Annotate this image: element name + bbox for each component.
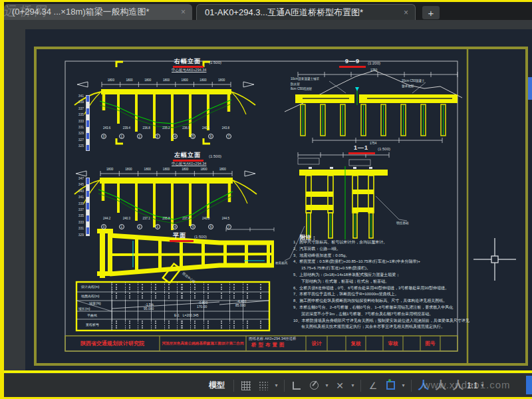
pier-number: 2 xyxy=(137,224,142,229)
view-scale: (1:200) xyxy=(368,61,380,65)
table-vertical-text-row xyxy=(112,293,269,299)
pier-number: 7 xyxy=(226,134,231,139)
elevation-value: 337 xyxy=(73,106,84,112)
status-bar: 模型 ▾ ▾ ✕ ▾ ∠ ▾ 人 人 人 1:1 ▾ xyxy=(4,373,532,397)
scale-dropdown[interactable]: ▾ xyxy=(478,377,487,394)
callout-line: 整体化层 xyxy=(402,84,425,89)
otrack-dropdown[interactable]: ▾ xyxy=(348,377,357,394)
annotation-autoscale-icon: 人 xyxy=(436,378,446,392)
elevation-value: 331 xyxy=(73,226,84,232)
autoscale-button[interactable]: 人 xyxy=(432,377,450,394)
view-title-left-elevation: 左幅立面 xyxy=(174,152,201,158)
pier-number-bubbles: 01234567 xyxy=(101,134,231,139)
annotation-scale-value[interactable]: 1:1 xyxy=(467,377,478,394)
ortho-icon xyxy=(293,382,301,390)
elevation-value: 327 xyxy=(73,138,84,144)
dim-label: 1800 xyxy=(138,78,157,82)
dim-label: 1800 xyxy=(138,168,157,171)
new-tab-button[interactable]: + xyxy=(422,6,440,19)
separator xyxy=(411,380,412,392)
note-line: 6、全桥共设8道伸缩缝，0号、6号桥台处采用40型伸缩缝，3号桥墩处采用30型伸… xyxy=(293,285,469,292)
pier-label: 244.2 xyxy=(103,217,110,220)
titleblock-cell-number: 图号 xyxy=(420,336,440,351)
dim-label: 1800 xyxy=(119,168,138,171)
workspace-switch-fragment[interactable] xyxy=(526,376,532,394)
pavement-callout-left: 10cm沥青混凝土铺装防水层8cm C50现浇层 xyxy=(291,76,319,92)
elevation-value: 329 xyxy=(73,131,84,137)
pier-label: 235.8 xyxy=(162,217,170,220)
polar-tracking-button[interactable] xyxy=(305,377,323,394)
pier-number: 0 xyxy=(101,134,106,139)
table-row-label: 设计高程(m) xyxy=(81,285,100,289)
view-subtitle: 中心桩号AK0+294.34 xyxy=(172,68,206,72)
elevation-value: 335 xyxy=(73,112,84,118)
annotation-visibility-button[interactable]: 人 xyxy=(415,377,432,394)
note-line: 泥岩深度不小于3m，左幅1号桥墩、7号桥台及右幅7号桥台采用明挖基础。 xyxy=(293,311,469,318)
callout-line: 10cm沥青混凝土铺装 xyxy=(291,76,319,82)
pier-label: 236.9 xyxy=(182,126,190,130)
selection-cycling-button[interactable] xyxy=(382,377,399,394)
table-vertical-text-row xyxy=(112,283,269,291)
right-edge-selection-fragment xyxy=(528,77,532,100)
dim-total-label: 1754 xyxy=(370,142,376,146)
pier-label: 243.6 xyxy=(103,126,110,130)
callout-line: 防水层 xyxy=(291,82,319,87)
notes-block: 1、图中尺寸除标高、桩号以米计外，余均以厘米计。2、汽车荷载：公路—Ⅰ级。3、地… xyxy=(293,239,469,331)
window-edge xyxy=(0,0,4,399)
span-dimension-labels: 1800180018001800180018001800 xyxy=(100,168,232,171)
elevation-value: 333 xyxy=(73,220,84,226)
tab-box-girder-drawing[interactable]: (0+294.34 ...×18m)箱梁一般构造图* × xyxy=(4,4,192,20)
titleblock-project: 河池至百色高速公路路基桥隧施工图设计第二合同 xyxy=(161,336,245,351)
object-snap-tracking-button[interactable]: ✕ xyxy=(331,377,348,394)
tab-label: (0+294.34 ...×18m)箱梁一般构造图* xyxy=(12,6,150,18)
snap-grid-icon xyxy=(259,381,268,390)
title-underline xyxy=(348,152,375,154)
polar-dropdown[interactable]: ▾ xyxy=(323,377,331,394)
titleblock-cell-design: 设计 xyxy=(306,336,327,351)
pier-number: 3 xyxy=(155,224,160,229)
selection-box-icon xyxy=(386,381,395,390)
dim-label: 1800 xyxy=(194,168,213,171)
elevation-value: 339 xyxy=(73,100,84,106)
elevation-scale-numbers: 341339337335333331329327325 xyxy=(73,94,84,150)
separator xyxy=(360,380,361,392)
elevation-value: 329 xyxy=(73,233,84,239)
elevation-value: 325 xyxy=(73,144,84,150)
object-snap-button[interactable]: ∠ xyxy=(364,377,382,394)
pier-bottom-labels: 244.2240.3237.1235.8237.4240.8244.5 xyxy=(103,217,229,220)
snap-mode-button[interactable] xyxy=(255,377,272,394)
separator xyxy=(284,380,285,392)
selection-dropdown[interactable]: ▾ xyxy=(399,377,408,394)
tab-bridge-layout-drawing[interactable]: 01-AK0+294.3...互通A匝道桥桥型布置图* × xyxy=(196,4,416,20)
elevation-value: 335 xyxy=(73,213,84,219)
snap-dropdown[interactable]: ▾ xyxy=(272,377,281,394)
elevation-value: 337 xyxy=(73,207,84,213)
callout-line: 20cm C50混凝土 xyxy=(402,78,425,84)
pier-label: 240.1 xyxy=(202,126,209,130)
dim-label: 1800 xyxy=(120,78,139,82)
dim-label: 1800 xyxy=(102,78,120,82)
close-icon[interactable]: × xyxy=(404,8,408,17)
title-underline xyxy=(339,66,366,68)
model-space-button[interactable]: 模型 xyxy=(203,377,230,394)
view-title-plan: 平面 xyxy=(173,233,186,239)
pier-number: 4 xyxy=(172,134,178,139)
foundation-label: 明挖基础 xyxy=(396,222,408,225)
note-line: 15.75+6.75米(行车道)+0.5米(防撞栏)。 xyxy=(293,265,469,272)
ortho-mode-button[interactable] xyxy=(288,377,305,394)
close-icon[interactable]: × xyxy=(181,7,186,17)
cad-application-window: (0+294.34 ...×18m)箱梁一般构造图* × 01-AK0+294.… xyxy=(0,0,532,399)
dim-label: 1800 xyxy=(212,78,231,82)
pier-number: 1 xyxy=(119,134,124,139)
elevation-value: 333 xyxy=(73,119,84,125)
pier-number: 6 xyxy=(208,134,213,139)
titleblock-organization: 陕西省交通规划设计研究院 xyxy=(66,336,158,351)
pier-label: 236.8 xyxy=(143,126,150,130)
pier-number-bubbles: 01234567 xyxy=(101,224,231,229)
titleblock-cell-review: 审核 xyxy=(383,336,403,351)
annotation-scale-icon-button[interactable]: 人 xyxy=(450,377,467,394)
note-line: 有关图纸及相关技术规范规定执行；其余未尽事宜详见相关图纸及规范规定执行。 xyxy=(293,324,469,331)
view-scale: (1:500) xyxy=(378,147,390,151)
curve-data: E-1 L=200.345 xyxy=(174,313,199,317)
grid-display-button[interactable] xyxy=(237,377,255,394)
